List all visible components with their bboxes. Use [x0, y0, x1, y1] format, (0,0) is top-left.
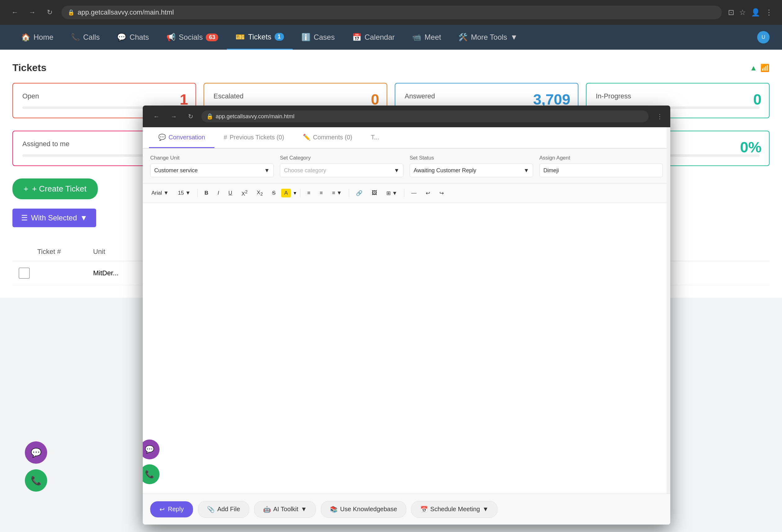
float-call-button[interactable]: 📞	[25, 469, 47, 492]
superscript-button[interactable]: X2	[238, 187, 251, 199]
italic-button[interactable]: I	[214, 188, 223, 198]
set-status-label: Set Status	[410, 155, 533, 161]
nav-calendar[interactable]: 📅 Calendar	[344, 25, 403, 50]
bookmark-icon[interactable]: ☆	[739, 8, 746, 17]
overlay-more-icon[interactable]: ⋮	[656, 113, 663, 120]
nav-calls[interactable]: 📞 Calls	[62, 25, 108, 50]
set-category-select[interactable]: Choose category ▼	[280, 164, 403, 177]
stat-escalated-label: Escalated	[213, 92, 377, 100]
address-bar[interactable]: 🔒 app.getcallsavvy.com/main.html	[62, 6, 722, 19]
change-unit-select[interactable]: Customer service ▼	[150, 164, 274, 177]
nav-chats[interactable]: 💬 Chats	[108, 25, 157, 50]
highlight-button[interactable]: A	[281, 189, 291, 198]
menu-icon[interactable]: ⋮	[765, 8, 773, 17]
chats-icon: 💬	[117, 33, 126, 42]
knowledgebase-button[interactable]: 📚 Use Knowledgebase	[321, 501, 406, 518]
strikethrough-button[interactable]: S	[269, 188, 279, 198]
set-category-label: Set Category	[280, 155, 403, 161]
add-file-label: Add File	[217, 506, 240, 513]
with-selected-button[interactable]: ☰ With Selected ▼	[12, 209, 96, 227]
overlay-forward-button[interactable]: →	[168, 111, 180, 122]
wifi-icon: ▲	[750, 64, 757, 72]
col-ticket: Ticket #	[37, 248, 93, 256]
ai-toolkit-button[interactable]: 🤖 AI Toolkit ▼	[254, 501, 316, 518]
redo-button[interactable]: ↪	[436, 188, 448, 198]
reply-icon: ↩	[159, 506, 165, 513]
overlay-back-button[interactable]: ←	[150, 111, 163, 122]
link-button[interactable]: 🔗	[352, 188, 366, 198]
undo-button[interactable]: ↩	[422, 188, 434, 198]
add-file-icon: 📎	[207, 506, 215, 513]
nav-tickets-label: Tickets	[248, 33, 271, 41]
signal-icons: ▲ 📶	[750, 64, 770, 72]
overlay-lock-icon: 🔒	[206, 113, 213, 120]
editor-body[interactable]	[143, 203, 670, 358]
previous-tickets-icon: #	[224, 134, 227, 141]
ai-toolkit-icon: 🤖	[263, 506, 271, 513]
bold-button[interactable]: B	[201, 188, 212, 198]
forward-button[interactable]: →	[27, 7, 38, 18]
overlay-float-call-button[interactable]: 📞	[143, 464, 159, 484]
overlay-tabs: 💬 Conversation # Previous Tickets (0) ✏️…	[143, 127, 670, 149]
nav-socials[interactable]: 📢 Socials 63	[157, 25, 227, 50]
overlay-chat-icon: 💬	[145, 445, 154, 454]
back-button[interactable]: ←	[9, 7, 21, 18]
calls-icon: 📞	[71, 33, 80, 42]
create-ticket-icon: +	[24, 184, 28, 194]
editor-toolbar: Arial ▼ 15 ▼ B I U X2 X2 S A ▼ ≡ ≡ ≡ ▼ 🔗…	[143, 184, 670, 203]
table-button[interactable]: ⊞ ▼	[383, 188, 401, 198]
meet-icon: 📹	[412, 33, 421, 42]
overlay-float-chat-button[interactable]: 💬	[143, 439, 159, 459]
nav-home[interactable]: 🏠 Home	[12, 25, 62, 50]
overlay-refresh-button[interactable]: ↻	[185, 111, 197, 122]
profile-icon[interactable]: 👤	[751, 8, 760, 17]
image-button[interactable]: 🖼	[368, 188, 381, 198]
schedule-meeting-icon: 📅	[420, 506, 428, 513]
set-status-chevron-icon: ▼	[524, 167, 529, 174]
font-size-button[interactable]: 15 ▼	[174, 188, 194, 198]
calendar-icon: 📅	[352, 33, 361, 42]
assign-agent-select[interactable]: Dimeji	[539, 164, 663, 177]
assign-agent-label: Assign Agent	[539, 155, 663, 161]
lock-icon: 🔒	[68, 9, 74, 16]
refresh-button[interactable]: ↻	[44, 7, 55, 18]
float-chat-button[interactable]: 💬	[25, 441, 47, 464]
tab-extra-label: T...	[371, 134, 379, 141]
assign-agent-value: Dimeji	[543, 167, 559, 174]
align-button[interactable]: ≡ ▼	[328, 188, 345, 198]
nav-more-tools-label: More Tools	[471, 33, 507, 42]
nav-cases-label: Cases	[314, 33, 335, 42]
tab-extra[interactable]: T...	[361, 127, 389, 148]
add-file-button[interactable]: 📎 Add File	[198, 501, 249, 518]
schedule-meeting-button[interactable]: 📅 Schedule Meeting ▼	[411, 501, 498, 518]
tab-conversation[interactable]: 💬 Conversation	[149, 127, 214, 148]
row-checkbox[interactable]	[19, 268, 37, 279]
home-icon: 🏠	[21, 33, 30, 42]
overlay-bottom-bar: 💬 📞 ↩ Reply 📎 Add File 🤖 AI Toolkit ▼ 📚 …	[143, 494, 670, 525]
nav-tickets[interactable]: 🎫 Tickets 1	[227, 25, 292, 50]
create-ticket-button[interactable]: + + Create Ticket	[12, 178, 98, 199]
tab-previous-tickets[interactable]: # Previous Tickets (0)	[214, 127, 293, 148]
user-avatar[interactable]: U	[757, 31, 770, 43]
font-select-button[interactable]: Arial ▼	[148, 188, 173, 198]
cast-icon[interactable]: ⊡	[728, 8, 734, 17]
highlight-dropdown-icon[interactable]: ▼	[293, 190, 297, 196]
overlay-chrome: ← → ↻ 🔒 app.getcallsavvy.com/main.html ⋮	[143, 106, 670, 127]
nav-more-tools[interactable]: 🛠️ More Tools ▼	[450, 25, 526, 50]
underline-button[interactable]: U	[225, 188, 236, 198]
overlay-address-bar[interactable]: 🔒 app.getcallsavvy.com/main.html	[202, 110, 648, 122]
comments-icon: ✏️	[303, 134, 311, 141]
subscript-button[interactable]: X2	[253, 188, 266, 198]
ordered-list-button[interactable]: ≡	[316, 188, 326, 198]
set-status-select[interactable]: Awaiting Customer Reply ▼	[410, 164, 533, 177]
schedule-meeting-label: Schedule Meeting	[430, 506, 480, 513]
reply-button[interactable]: ↩ Reply	[150, 501, 193, 518]
overlay-call-icon: 📞	[145, 470, 154, 478]
scrollbar[interactable]	[667, 127, 670, 525]
tab-comments[interactable]: ✏️ Comments (0)	[293, 127, 362, 148]
hr-button[interactable]: —	[407, 188, 420, 198]
more-tools-icon: 🛠️	[458, 33, 468, 42]
nav-meet[interactable]: 📹 Meet	[403, 25, 450, 50]
unordered-list-button[interactable]: ≡	[304, 188, 314, 198]
nav-cases[interactable]: ℹ️ Cases	[293, 25, 344, 50]
